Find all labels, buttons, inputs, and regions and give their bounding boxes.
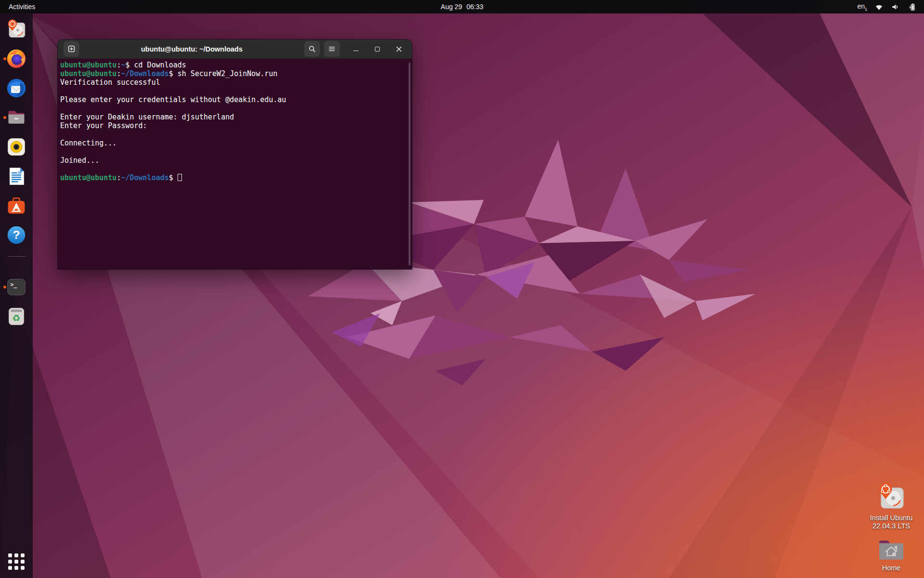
dock-favorites: ? <box>2 18 31 253</box>
firefox-icon <box>6 48 27 69</box>
dock-item-help[interactable]: ? <box>2 224 31 246</box>
desktop: Activities Aug 29 06:33 en1 ? >_♻ <box>0 0 924 578</box>
terminal-line: ubuntu@ubuntu:~$ cd Downloads <box>60 61 405 69</box>
dock-item-rhythmbox[interactable] <box>2 136 31 158</box>
close-icon <box>396 46 402 53</box>
clock-date: Aug 29 <box>441 3 462 11</box>
dock-separator <box>7 256 26 257</box>
terminal-output: ubuntu@ubuntu:~$ cd Downloadsubuntu@ubun… <box>60 61 405 182</box>
hamburger-menu-icon <box>328 45 336 53</box>
dock-item-libreoffice-writer[interactable] <box>2 165 31 187</box>
clock[interactable]: Aug 29 06:33 <box>441 0 483 13</box>
system-status-area[interactable]: en1 <box>849 0 924 13</box>
terminal-line <box>60 147 405 156</box>
desktop-icons: Install Ubuntu 22.04.3 LTS Home <box>861 482 921 572</box>
thunderbird-icon <box>6 78 27 99</box>
terminal-window: ubuntu@ubuntu: ~/Downloads <box>58 39 412 269</box>
volume-icon <box>891 2 900 12</box>
battery-icon <box>907 2 916 12</box>
menu-button[interactable] <box>324 41 340 57</box>
ubuntu-software-icon <box>6 195 27 216</box>
terminal-titlebar[interactable]: ubuntu@ubuntu: ~/Downloads <box>58 39 412 59</box>
terminal-line: Enter your Deakin username: djsutherland <box>60 113 405 121</box>
activities-button[interactable]: Activities <box>0 0 44 13</box>
terminal-line <box>60 130 405 139</box>
dock-item-firefox[interactable] <box>2 48 31 70</box>
running-indicator-dot <box>3 57 6 60</box>
maximize-button[interactable] <box>373 45 382 53</box>
desktop-icon-label: Home <box>882 564 901 572</box>
desktop-icon-label: Install Ubuntu 22.04.3 LTS <box>870 514 913 530</box>
minimize-button[interactable] <box>351 45 360 53</box>
dock-item-ubuntu-software[interactable] <box>2 195 31 217</box>
libreoffice-writer-icon <box>6 166 27 187</box>
terminal-line <box>60 104 405 113</box>
wifi-icon <box>874 2 884 12</box>
terminal-content[interactable]: ubuntu@ubuntu:~$ cd Downloadsubuntu@ubun… <box>58 59 412 269</box>
terminal-scrollbar[interactable] <box>409 63 411 265</box>
search-icon <box>308 45 316 53</box>
svg-text:♻: ♻ <box>12 313 20 324</box>
dock-item-files[interactable] <box>2 106 31 129</box>
terminal-line: Connecting... <box>60 139 405 147</box>
close-button[interactable] <box>395 45 403 53</box>
show-apps-button[interactable] <box>7 552 26 571</box>
terminal-line <box>60 165 405 173</box>
desktop-icon-home[interactable]: Home <box>877 538 905 572</box>
trash-icon: ♻ <box>6 306 27 327</box>
window-title: ubuntu@ubuntu: ~/Downloads <box>83 45 300 53</box>
ubiquity-installer-icon <box>6 19 27 40</box>
terminal-line: Enter your Password: <box>60 121 405 130</box>
rhythmbox-icon <box>6 136 27 158</box>
dock-item-ubiquity-installer[interactable] <box>2 18 31 40</box>
top-bar: Activities Aug 29 06:33 en1 <box>0 0 924 13</box>
clock-time: 06:33 <box>466 3 483 11</box>
terminal-line: Please enter your credentials without @d… <box>60 95 405 104</box>
terminal-line <box>60 87 405 95</box>
install-ubuntu-icon <box>876 482 906 512</box>
terminal-line: Verification successful <box>60 78 405 87</box>
help-icon: ? <box>6 224 27 246</box>
terminal-cursor <box>178 174 182 181</box>
running-indicator-dot <box>3 286 6 289</box>
terminal-line: Joined... <box>60 156 405 165</box>
running-indicator-dot <box>3 116 6 119</box>
dock-running-apps: >_♻ <box>2 276 31 335</box>
new-tab-button[interactable] <box>64 41 79 57</box>
window-controls <box>351 45 403 53</box>
terminal-line: ubuntu@ubuntu:~/Downloads$ <box>60 173 405 182</box>
files-icon <box>6 107 27 128</box>
svg-text:>_: >_ <box>10 281 17 289</box>
new-tab-icon <box>67 45 76 53</box>
svg-text:?: ? <box>13 228 20 241</box>
keyboard-layout-indicator[interactable]: en1 <box>857 2 867 12</box>
desktop-icon-install-ubuntu[interactable]: Install Ubuntu 22.04.3 LTS <box>870 482 913 530</box>
dock-item-terminal[interactable]: >_ <box>2 276 31 298</box>
dock-item-trash[interactable]: ♻ <box>2 305 31 328</box>
dock-item-thunderbird[interactable] <box>2 77 31 99</box>
dock: ? >_♻ <box>0 13 33 578</box>
search-button[interactable] <box>304 41 320 57</box>
terminal-icon: >_ <box>6 276 27 298</box>
home-folder-icon <box>877 538 905 562</box>
terminal-line: ubuntu@ubuntu:~/Downloads$ sh SecureW2_J… <box>60 69 405 78</box>
